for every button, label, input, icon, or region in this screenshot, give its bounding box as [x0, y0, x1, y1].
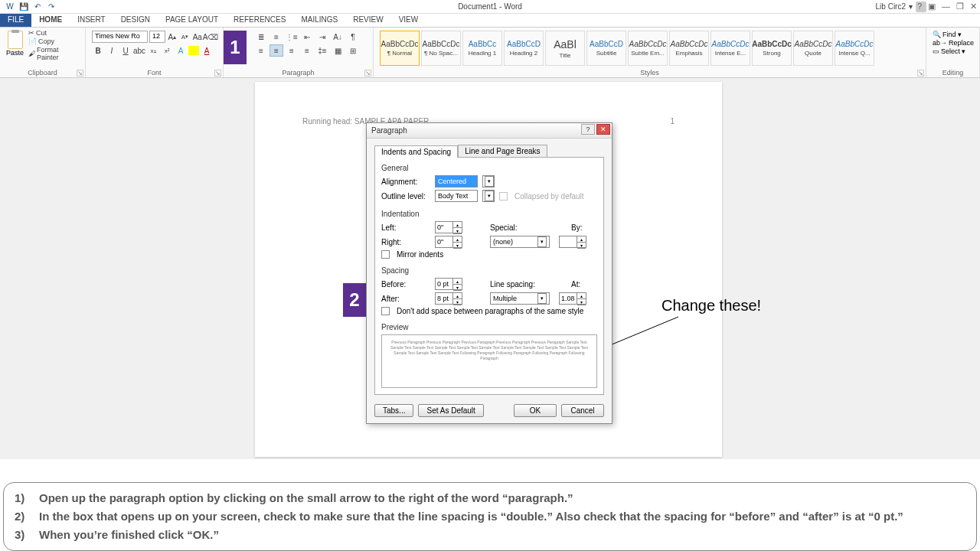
numbering-icon[interactable]: ≡: [270, 31, 283, 43]
bullets-icon[interactable]: ≣: [254, 31, 268, 43]
redo-icon[interactable]: ↷: [46, 2, 57, 12]
superscript-button[interactable]: x²: [161, 44, 173, 57]
before-label: Before:: [381, 280, 430, 289]
subscript-button[interactable]: x₂: [147, 44, 159, 57]
at-spinner[interactable]: 1.08▴▾: [559, 292, 586, 305]
special-label: Special:: [490, 223, 528, 232]
font-launcher[interactable]: ↘: [214, 70, 221, 77]
style-normal[interactable]: AaBbCcDc¶ Normal: [380, 31, 420, 66]
select-button[interactable]: ▭ Select ▾: [933, 47, 973, 55]
sort-icon[interactable]: A↓: [331, 31, 345, 43]
tab-insert[interactable]: INSERT: [70, 14, 113, 27]
undo-icon[interactable]: ↶: [32, 2, 43, 12]
set-default-button[interactable]: Set As Default: [418, 404, 483, 417]
left-spinner[interactable]: 0"▴▾: [435, 221, 462, 233]
justify-icon[interactable]: ≡: [300, 44, 314, 57]
right-spinner[interactable]: 0"▴▾: [435, 236, 462, 248]
line-spacing-combo[interactable]: Multiple▾: [490, 292, 550, 305]
decrease-indent-icon[interactable]: ⇤: [300, 31, 314, 43]
highlight-icon[interactable]: [188, 46, 199, 55]
tab-home[interactable]: HOME: [31, 14, 70, 27]
paragraph-launcher[interactable]: ↘: [364, 70, 371, 77]
clear-format-icon[interactable]: A⌫: [204, 31, 217, 43]
show-marks-icon[interactable]: ¶: [346, 31, 360, 43]
strikethrough-button[interactable]: abc: [133, 44, 145, 57]
tab-mailings[interactable]: MAILINGS: [293, 14, 345, 27]
mirror-checkbox[interactable]: [381, 250, 390, 259]
style-emphasis[interactable]: AaBbCcDcEmphasis: [669, 31, 709, 66]
style-subtleem[interactable]: AaBbCcDcSubtle Em...: [628, 31, 668, 66]
window-controls: ? ▣ — ❐ ✕: [917, 2, 977, 11]
special-combo[interactable]: (none)▾: [490, 236, 550, 248]
font-name-combo[interactable]: Times New Ro: [92, 31, 148, 43]
dialog-title-bar[interactable]: Paragraph ? ✕: [367, 123, 612, 139]
increase-indent-icon[interactable]: ⇥: [315, 31, 329, 43]
tab-review[interactable]: REVIEW: [345, 14, 390, 27]
copy-button[interactable]: 📄 Copy: [28, 37, 80, 45]
ribbon-options-icon[interactable]: ▣: [928, 2, 936, 11]
help-icon[interactable]: ?: [917, 2, 922, 11]
style-nospac[interactable]: AaBbCcDc¶ No Spac...: [421, 31, 461, 66]
save-icon[interactable]: 💾: [18, 2, 29, 12]
align-center-icon[interactable]: ≡: [270, 44, 283, 57]
tab-view[interactable]: VIEW: [391, 14, 426, 27]
borders-icon[interactable]: ⊞: [346, 44, 360, 57]
style-quote[interactable]: AaBbCcDcQuote: [793, 31, 833, 66]
close-icon[interactable]: ✕: [970, 2, 977, 11]
paste-icon: [8, 31, 23, 49]
dialog-tab-indents[interactable]: Indents and Spacing: [374, 145, 458, 158]
alignment-combo[interactable]: Centered: [435, 175, 478, 187]
document-title: Document1 - Word: [458, 2, 522, 11]
style-subtitle[interactable]: AaBbCcDSubtitle: [586, 31, 626, 66]
instruction-1: Open up the paragraph option by clicking…: [39, 489, 573, 507]
instructions-box: 1)Open up the paragraph option by clicki…: [3, 482, 977, 551]
italic-button[interactable]: I: [106, 44, 118, 57]
tab-references[interactable]: REFERENCES: [226, 14, 293, 27]
ribbon: Paste ✂ Cut 📄 Copy 🖌 Format Painter Clip…: [0, 28, 980, 78]
cancel-button[interactable]: Cancel: [561, 404, 604, 417]
tab-file[interactable]: FILE: [0, 14, 31, 27]
dialog-help-icon[interactable]: ?: [581, 124, 595, 135]
outline-label: Outline level:: [381, 192, 430, 201]
change-case-icon[interactable]: Aa: [192, 31, 203, 43]
multilevel-icon[interactable]: ⋮≡: [285, 31, 299, 43]
by-spinner[interactable]: ▴▾: [559, 236, 586, 248]
style-intensee[interactable]: AaBbCcDcIntense E...: [710, 31, 750, 66]
dialog-close-icon[interactable]: ✕: [596, 124, 610, 135]
align-left-icon[interactable]: ≡: [254, 44, 268, 57]
styles-launcher[interactable]: ↘: [917, 70, 924, 77]
bold-button[interactable]: B: [92, 44, 104, 57]
replace-button[interactable]: ab→ Replace: [933, 39, 973, 47]
minimize-icon[interactable]: —: [942, 2, 950, 11]
before-spinner[interactable]: 0 pt▴▾: [435, 278, 462, 290]
font-color-icon[interactable]: A: [201, 44, 213, 57]
find-button[interactable]: 🔍 Find ▾: [933, 31, 973, 38]
ok-button[interactable]: OK: [514, 404, 557, 417]
after-spinner[interactable]: 8 pt▴▾: [435, 292, 462, 305]
grow-font-icon[interactable]: A▴: [167, 31, 178, 43]
style-heading[interactable]: AaBbCcHeading 1: [462, 31, 502, 66]
shading-icon[interactable]: ▦: [331, 44, 345, 57]
clipboard-launcher[interactable]: ↘: [77, 70, 83, 77]
style-title[interactable]: AaBlTitle: [545, 31, 585, 66]
underline-button[interactable]: U: [119, 44, 132, 57]
tab-page-layout[interactable]: PAGE LAYOUT: [158, 14, 226, 27]
align-right-icon[interactable]: ≡: [285, 44, 299, 57]
style-strong[interactable]: AaBbCcDcStrong: [752, 31, 792, 66]
line-spacing-label: Line spacing:: [490, 280, 544, 289]
text-effects-icon[interactable]: A: [175, 44, 187, 57]
outline-combo[interactable]: Body Text: [435, 190, 478, 202]
tabs-button[interactable]: Tabs...: [374, 404, 413, 417]
dont-add-checkbox[interactable]: [381, 307, 390, 315]
cut-button[interactable]: ✂ Cut: [28, 29, 80, 37]
group-font: Times New Ro 12 A▴ A▾ Aa A⌫ B I U abc x₂…: [86, 28, 224, 77]
tab-design[interactable]: DESIGN: [113, 14, 158, 27]
restore-icon[interactable]: ❐: [956, 2, 964, 11]
dialog-tab-breaks[interactable]: Line and Page Breaks: [458, 145, 547, 157]
line-spacing-icon[interactable]: ‡≡: [315, 44, 329, 57]
style-intenseq[interactable]: AaBbCcDcIntense Q...: [835, 31, 874, 66]
shrink-font-icon[interactable]: A▾: [179, 31, 190, 43]
format-painter-button[interactable]: 🖌 Format Painter: [28, 46, 80, 61]
style-heading[interactable]: AaBbCcDHeading 2: [504, 31, 544, 66]
font-size-combo[interactable]: 12: [149, 31, 165, 43]
